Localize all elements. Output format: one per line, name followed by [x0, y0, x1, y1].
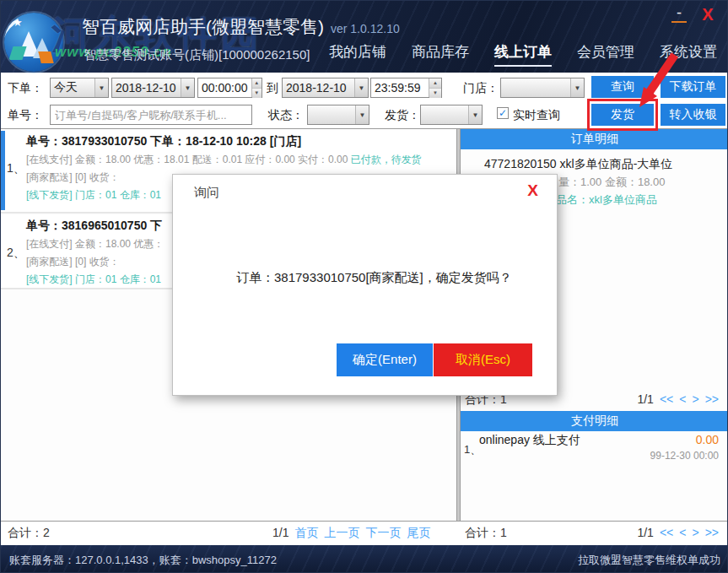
order-row-line1: 单号：3817933010750 下单：18-12-10 10:28 [门店] — [26, 134, 301, 149]
payment-item-time: 99-12-30 00:00 — [650, 450, 719, 462]
order-no-input[interactable] — [50, 105, 252, 125]
chevron-down-icon: ▼ — [355, 105, 369, 124]
dialog-buttons: 确定(Enter) 取消(Esc) — [337, 343, 532, 376]
ship-button[interactable]: 发货 — [591, 104, 654, 126]
tab-settings[interactable]: 系统设置 — [660, 42, 717, 67]
order-list-pagination: 1/1首页上一页下一页尾页 — [272, 526, 430, 541]
confirm-dialog: 询问 X 订单：3817933010750[商家配送]，确定发货吗？ 确定(En… — [172, 174, 558, 396]
filter-toolbar: 下单： 今天 ▼ 2018-12-10 ▼ 00:00:00 ▲▼ 到 2018… — [1, 73, 728, 129]
page-indicator: 1/1 — [272, 526, 289, 539]
chevron-down-icon: ▼ — [570, 78, 584, 97]
payment-detail-pagination: 1/1<<<>>> — [637, 526, 719, 539]
order-row-line3: [商家配送] [0] 收货： — [26, 255, 120, 269]
realtime-checkbox[interactable]: ✓ — [497, 107, 509, 119]
order-detail-header: 订单明细 — [461, 129, 728, 149]
status-label: 状态： — [268, 108, 304, 123]
last-page-link[interactable]: >> — [705, 526, 719, 539]
last-page-link[interactable]: >> — [705, 392, 719, 406]
spinner-up-icon[interactable]: ▲ — [252, 78, 262, 88]
app-title: 智百威网店助手(微盟智慧零售) — [82, 17, 324, 36]
tab-my-shop[interactable]: 我的店铺 — [329, 42, 386, 67]
app-version: ver 1.0.12.10 — [331, 22, 400, 35]
order-row-payinfo: [在线支付] 金额：18.00 优惠：18.01 配送：0.01 应付：0.00… — [26, 154, 351, 165]
date-preset-select[interactable]: 今天 ▼ — [50, 78, 109, 98]
query-button[interactable]: 查询 — [591, 76, 654, 98]
status-bar: 账套服务器：127.0.0.1,1433，账套：bwshopsy_11272 拉… — [1, 545, 728, 573]
order-row-line1: 单号：3816965010750 下 — [26, 219, 162, 234]
spinner-down-icon[interactable]: ▼ — [252, 88, 262, 98]
to-cashier-button[interactable]: 转入收银 — [661, 104, 725, 126]
detail-item-line1: 47721820150 xkl多单位商品-大单位 — [484, 157, 672, 172]
page-indicator: 1/1 — [637, 392, 653, 406]
title-line: 智百威网店助手(微盟智慧零售)ver 1.0.12.10 — [82, 15, 400, 39]
first-page-link[interactable]: << — [660, 526, 673, 539]
page-indicator: 1/1 — [637, 526, 653, 539]
tab-inventory[interactable]: 商品库存 — [412, 42, 469, 67]
date-from-value: 2018-12-10 — [112, 81, 181, 95]
spinner-buttons[interactable]: ▲▼ — [251, 78, 262, 97]
first-page-link[interactable]: << — [660, 392, 673, 406]
main-nav: 我的店铺 商品库存 线上订单 会员管理 系统设置 — [329, 42, 717, 67]
store-label: 门店： — [463, 81, 499, 96]
order-row-line2: [在线支付] 金额：18.00 优惠：18.01 配送：0.01 应付：0.00… — [26, 153, 422, 167]
close-icon[interactable]: X — [527, 181, 538, 200]
order-row-line2: [在线支付] 金额：18.00 优惠： — [26, 237, 164, 251]
tab-online-orders[interactable]: 线上订单 — [494, 42, 552, 67]
chevron-down-icon: ▼ — [468, 105, 482, 124]
order-list-total: 合计：2 — [8, 526, 50, 541]
store-select[interactable]: ▼ — [500, 78, 585, 98]
download-orders-button[interactable]: 下载订单 — [661, 76, 725, 98]
order-no-label: 单号： — [8, 108, 43, 123]
to-label: 到 — [267, 81, 278, 96]
order-row-index: 1、 — [7, 161, 25, 176]
status-message: 拉取微盟智慧零售维权单成功 — [578, 553, 720, 568]
date-to-picker[interactable]: 2018-12-10 ▼ — [282, 78, 369, 98]
app-window: 我的店铺 商品库存 线上订单 会员管理 系统设置 ★ 智百威网店助手(微盟智慧零… — [0, 0, 728, 573]
prev-page-link[interactable]: < — [679, 526, 686, 539]
spinner-buttons[interactable]: ▲▼ — [429, 78, 441, 97]
next-page-link[interactable]: > — [692, 526, 698, 539]
status-select[interactable]: ▼ — [307, 105, 369, 125]
cancel-button[interactable]: 取消(Esc) — [434, 343, 532, 376]
time-from-value: 00:00:00 — [198, 78, 251, 97]
prev-page-link[interactable]: 上一页 — [324, 526, 359, 539]
realtime-label: 实时查询 — [513, 108, 560, 123]
time-to-value: 23:59:59 — [371, 78, 429, 97]
order-row-index: 2、 — [7, 246, 25, 261]
date-from-picker[interactable]: 2018-12-10 ▼ — [111, 78, 195, 98]
selected-indicator — [1, 131, 5, 210]
tab-members[interactable]: 会员管理 — [577, 42, 634, 67]
order-detail-pagination: 1/1<<<>>> — [637, 392, 719, 406]
status-server-info: 账套服务器：127.0.0.1,1433，账套：bwshopsy_11272 — [9, 553, 277, 568]
detail-item-line3: 品名：xkl多单位商品 — [556, 192, 657, 208]
first-page-link[interactable]: 首页 — [294, 526, 318, 539]
next-page-link[interactable]: > — [692, 392, 698, 406]
spinner-down-icon[interactable]: ▼ — [429, 88, 441, 98]
chevron-down-icon: ▼ — [354, 78, 368, 97]
order-status-badge: 已付款，待发货 — [351, 154, 422, 165]
chevron-down-icon: ▼ — [181, 78, 194, 97]
payment-detail-header: 支付明细 — [461, 411, 728, 431]
delivery-label: 发货： — [385, 108, 420, 123]
last-page-link[interactable]: 尾页 — [407, 526, 430, 539]
close-icon[interactable]: X — [698, 4, 717, 24]
order-row-line3: [商家配送] [0] 收货： — [26, 170, 120, 185]
time-from-spinner[interactable]: 00:00:00 ▲▼ — [197, 78, 262, 98]
minimize-icon[interactable]: - — [671, 6, 687, 23]
payment-detail-total: 合计：1 — [465, 526, 507, 541]
confirm-button[interactable]: 确定(Enter) — [337, 343, 433, 376]
time-to-spinner[interactable]: 23:59:59 ▲▼ — [370, 78, 442, 98]
spinner-up-icon[interactable]: ▲ — [429, 78, 441, 88]
chevron-down-icon: ▼ — [94, 78, 108, 97]
next-page-link[interactable]: 下一页 — [365, 526, 401, 539]
date-to-value: 2018-12-10 — [283, 81, 354, 95]
prev-page-link[interactable]: < — [679, 392, 686, 406]
delivery-select[interactable]: ▼ — [420, 105, 483, 125]
order-time-label: 下单： — [8, 81, 43, 96]
payment-item-amount: 0.00 — [696, 433, 719, 446]
payment-item-name: onlinepay 线上支付 — [479, 433, 580, 448]
order-row-line4: [线下发货] 门店：01 仓库：01 — [26, 273, 161, 287]
date-preset-value: 今天 — [51, 80, 94, 95]
account-label: 智慧零售测试账号(店铺)[100000262150] — [84, 47, 310, 63]
dialog-message: 订单：3817933010750[商家配送]，确定发货吗？ — [236, 270, 512, 286]
